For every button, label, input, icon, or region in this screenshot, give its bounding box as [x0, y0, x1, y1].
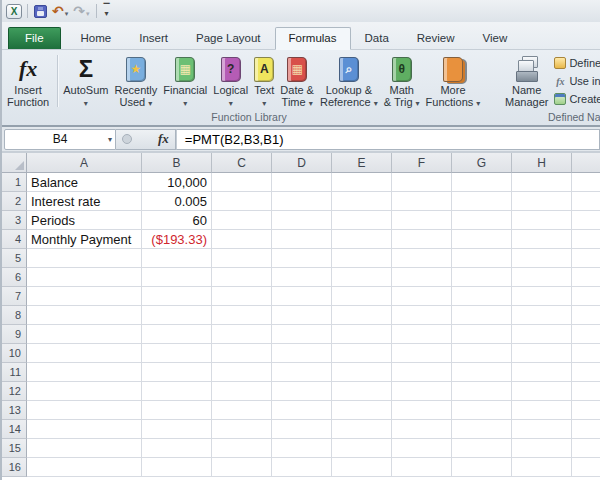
row-header-14[interactable]: 14 — [2, 420, 27, 439]
date-time-button[interactable]: ▦Date &Time ▾ — [277, 52, 317, 110]
cell-D2[interactable] — [272, 192, 332, 211]
cell-H8[interactable] — [512, 306, 572, 325]
cell-A14[interactable] — [27, 420, 142, 439]
cell-D3[interactable] — [272, 211, 332, 230]
cell-F16[interactable] — [392, 458, 452, 477]
cell-C16[interactable] — [212, 458, 272, 477]
row-header-13[interactable]: 13 — [2, 401, 27, 420]
cell-A4[interactable]: Monthly Payment — [27, 230, 142, 249]
cell-E2[interactable] — [332, 192, 392, 211]
cell-partial-r1[interactable] — [572, 173, 600, 192]
insert-function-button[interactable]: fx Insert Function — [4, 52, 55, 110]
cell-F12[interactable] — [392, 382, 452, 401]
cell-A13[interactable] — [27, 401, 142, 420]
tab-formulas[interactable]: Formulas — [275, 27, 351, 50]
column-header-E[interactable]: E — [332, 153, 392, 173]
cell-G4[interactable] — [452, 230, 512, 249]
cell-C13[interactable] — [212, 401, 272, 420]
formula-input[interactable]: =PMT(B2,B3,B1) — [176, 129, 600, 150]
cell-C12[interactable] — [212, 382, 272, 401]
cell-F7[interactable] — [392, 287, 452, 306]
cell-H11[interactable] — [512, 363, 572, 382]
cell-H15[interactable] — [512, 439, 572, 458]
undo-button[interactable]: ↶ ▾ — [51, 5, 69, 18]
cell-D5[interactable] — [272, 249, 332, 268]
cell-A10[interactable] — [27, 344, 142, 363]
cell-F3[interactable] — [392, 211, 452, 230]
column-header-C[interactable]: C — [212, 153, 272, 173]
excel-app-icon[interactable]: X — [6, 4, 22, 19]
cell-B1[interactable]: 10,000 — [142, 173, 212, 192]
tab-data[interactable]: Data — [351, 27, 403, 49]
cell-B15[interactable] — [142, 439, 212, 458]
cell-C2[interactable] — [212, 192, 272, 211]
logical-button[interactable]: ?Logical▾ — [210, 52, 251, 110]
cell-H3[interactable] — [512, 211, 572, 230]
cell-H10[interactable] — [512, 344, 572, 363]
cell-G10[interactable] — [452, 344, 512, 363]
cell-H1[interactable] — [512, 173, 572, 192]
row-header-6[interactable]: 6 — [2, 268, 27, 287]
cell-C3[interactable] — [212, 211, 272, 230]
cell-F1[interactable] — [392, 173, 452, 192]
cell-H16[interactable] — [512, 458, 572, 477]
cell-F13[interactable] — [392, 401, 452, 420]
row-header-15[interactable]: 15 — [2, 439, 27, 458]
tab-review[interactable]: Review — [403, 27, 469, 49]
cell-G3[interactable] — [452, 211, 512, 230]
name-box-dropdown-icon[interactable]: ▾ — [108, 135, 112, 144]
row-header-9[interactable]: 9 — [2, 325, 27, 344]
cell-partial-r9[interactable] — [572, 325, 600, 344]
cell-A15[interactable] — [27, 439, 142, 458]
cell-A8[interactable] — [27, 306, 142, 325]
cell-H12[interactable] — [512, 382, 572, 401]
tab-view[interactable]: View — [469, 27, 522, 49]
row-header-7[interactable]: 7 — [2, 287, 27, 306]
define-name-button[interactable]: Define Name — [554, 55, 600, 71]
cell-D9[interactable] — [272, 325, 332, 344]
cell-A6[interactable] — [27, 268, 142, 287]
cell-G7[interactable] — [452, 287, 512, 306]
cell-A12[interactable] — [27, 382, 142, 401]
cell-F11[interactable] — [392, 363, 452, 382]
row-header-12[interactable]: 12 — [2, 382, 27, 401]
row-header-5[interactable]: 5 — [2, 249, 27, 268]
cell-G11[interactable] — [452, 363, 512, 382]
cell-H9[interactable] — [512, 325, 572, 344]
use-in-formula-button[interactable]: fx Use in Formula — [554, 73, 600, 89]
cell-F5[interactable] — [392, 249, 452, 268]
cell-G13[interactable] — [452, 401, 512, 420]
column-header-H[interactable]: H — [512, 153, 572, 173]
cell-D1[interactable] — [272, 173, 332, 192]
cell-E9[interactable] — [332, 325, 392, 344]
cell-B7[interactable] — [142, 287, 212, 306]
cell-H13[interactable] — [512, 401, 572, 420]
cell-F2[interactable] — [392, 192, 452, 211]
cell-D12[interactable] — [272, 382, 332, 401]
cell-G6[interactable] — [452, 268, 512, 287]
cell-E11[interactable] — [332, 363, 392, 382]
cell-A5[interactable] — [27, 249, 142, 268]
cell-A11[interactable] — [27, 363, 142, 382]
cell-B3[interactable]: 60 — [142, 211, 212, 230]
cell-G12[interactable] — [452, 382, 512, 401]
autosum-button[interactable]: ΣAutoSum▾ — [60, 52, 111, 110]
row-header-8[interactable]: 8 — [2, 306, 27, 325]
cell-H2[interactable] — [512, 192, 572, 211]
lookup-reference-button[interactable]: ⌕Lookup &Reference ▾ — [317, 52, 381, 110]
cell-E4[interactable] — [332, 230, 392, 249]
select-all-corner[interactable] — [2, 153, 27, 173]
cell-H4[interactable] — [512, 230, 572, 249]
cell-G9[interactable] — [452, 325, 512, 344]
cell-C1[interactable] — [212, 173, 272, 192]
row-header-11[interactable]: 11 — [2, 363, 27, 382]
cell-C14[interactable] — [212, 420, 272, 439]
recently-used-button[interactable]: ★RecentlyUsed ▾ — [111, 52, 160, 110]
cell-A1[interactable]: Balance — [27, 173, 142, 192]
cell-D6[interactable] — [272, 268, 332, 287]
cell-D8[interactable] — [272, 306, 332, 325]
row-header-10[interactable]: 10 — [2, 344, 27, 363]
cell-D14[interactable] — [272, 420, 332, 439]
cell-partial-r8[interactable] — [572, 306, 600, 325]
cell-B16[interactable] — [142, 458, 212, 477]
